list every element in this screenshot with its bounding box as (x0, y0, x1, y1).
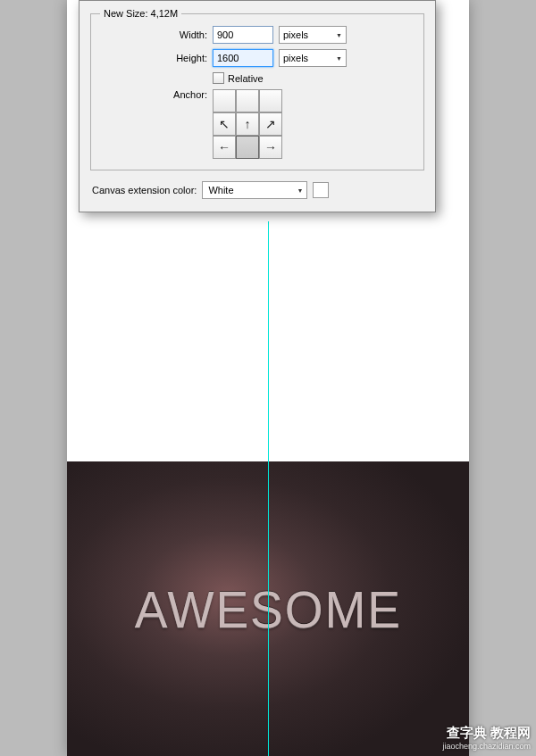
anchor-s[interactable] (236, 136, 259, 159)
width-unit-select[interactable]: pixels (279, 26, 347, 44)
relative-label: Relative (228, 73, 264, 84)
width-unit-value: pixels (283, 29, 308, 40)
extension-color-value: White (208, 185, 233, 195)
anchor-e[interactable]: ↗ (259, 112, 282, 136)
anchor-grid: ↖ ↑ ↗ ← → (213, 89, 282, 159)
anchor-ne[interactable] (259, 89, 282, 112)
anchor-nw[interactable] (213, 89, 236, 112)
height-input[interactable] (213, 49, 273, 67)
relative-row: Relative (213, 72, 415, 84)
width-input[interactable] (213, 26, 273, 44)
anchor-c[interactable]: ↑ (236, 112, 259, 136)
watermark-sub: jiaocheng.chazidian.com (442, 742, 531, 751)
extension-color-swatch[interactable] (313, 182, 329, 198)
anchor-n[interactable] (236, 89, 259, 112)
anchor-row: Anchor: ↖ ↑ ↗ ← → (100, 89, 415, 159)
height-unit-value: pixels (283, 53, 308, 63)
extension-color-label: Canvas extension color: (92, 185, 197, 195)
relative-checkbox[interactable] (213, 72, 224, 84)
height-row: Height: pixels (100, 49, 415, 67)
watermark: 查字典 教程网 jiaocheng.chazidian.com (442, 725, 531, 751)
width-row: Width: pixels (100, 26, 415, 44)
vertical-guide[interactable] (268, 221, 269, 756)
watermark-main: 查字典 教程网 (442, 725, 531, 742)
height-label: Height: (100, 53, 207, 63)
new-size-legend: New Size: 4,12M (100, 8, 181, 19)
extension-color-row: Canvas extension color: White (92, 181, 424, 199)
height-unit-select[interactable]: pixels (279, 49, 347, 67)
canvas-size-dialog: New Size: 4,12M Width: pixels Height: pi… (79, 0, 436, 212)
extension-color-select[interactable]: White (202, 181, 307, 199)
new-size-fieldset: New Size: 4,12M Width: pixels Height: pi… (90, 8, 424, 170)
width-label: Width: (100, 29, 207, 40)
anchor-w[interactable]: ↖ (213, 112, 236, 136)
anchor-se[interactable]: → (259, 136, 282, 159)
anchor-sw[interactable]: ← (213, 136, 236, 159)
anchor-label: Anchor: (100, 89, 207, 100)
